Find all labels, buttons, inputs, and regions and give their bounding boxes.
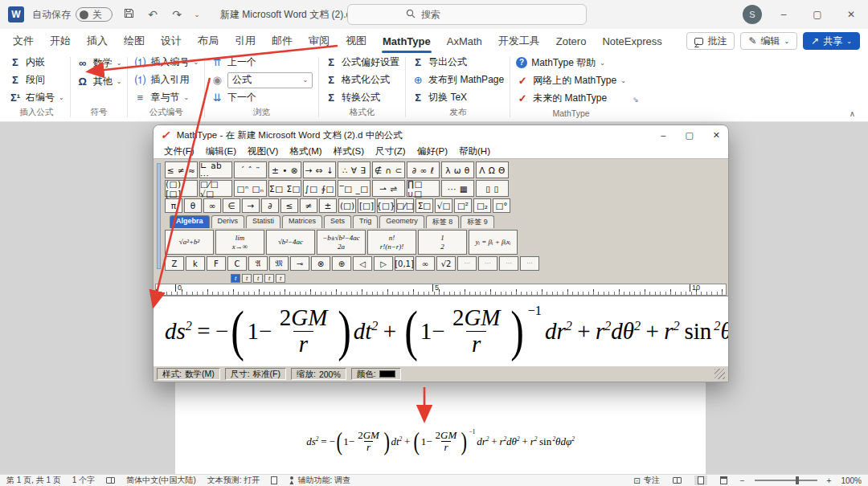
ribbon-tab[interactable]: 插入 [79,28,116,54]
mathtype-menu-item[interactable]: 编辑(E) [200,145,242,157]
edit-mode-button[interactable]: ✎编辑⌄ [740,32,797,50]
redo-icon[interactable]: ↷ [169,8,185,21]
insert-reference-button[interactable]: ⑴插入引用 [133,71,199,89]
ribbon-tab[interactable]: 引用 [227,28,264,54]
palette-button[interactable]: ∞ [416,256,435,271]
zoom-slider[interactable] [755,480,817,481]
undo-icon[interactable]: ↶ [145,8,161,21]
template-palette-button[interactable]: ∫□ ∮□ [303,180,336,197]
palette-button[interactable]: √2 [436,256,456,271]
small-symbol-button[interactable]: □² [454,198,472,213]
symbol-palette-button[interactable]: λ ω θ [441,161,474,178]
format-equations-button[interactable]: Σ格式化公式 [325,71,399,89]
template-palette-button[interactable]: ⋯ ▦ [441,180,474,197]
palette-button[interactable]: k [186,256,205,271]
zoom-in-button[interactable]: + [827,476,832,485]
export-equations-button[interactable]: Σ导出公式 [411,54,504,71]
small-symbol-button[interactable]: π [165,198,182,213]
palette-tab[interactable]: Geometry [379,215,424,228]
small-symbol-button[interactable]: ∈ [223,198,240,213]
palette-button[interactable]: ··· [478,256,497,271]
resize-grip-icon[interactable] [714,369,725,379]
zoom-out-button[interactable]: − [740,476,745,485]
small-symbol-button[interactable]: □° [493,198,510,213]
mathtype-help-button[interactable]: ?MathType 帮助⌄ [516,54,626,71]
palette-button[interactable]: 𝔐 [269,256,289,271]
avatar[interactable]: S [743,5,762,24]
palette-button[interactable]: ··· [457,256,477,271]
palette-tab[interactable]: Derivs [211,215,245,228]
ribbon-tab[interactable]: 开始 [42,28,79,54]
web-layout-button[interactable] [717,476,731,485]
mathtype-menu-item[interactable]: 文件(F) [158,145,200,157]
ribbon-tab[interactable]: 开发工具 [490,28,548,54]
palette-button[interactable]: F [207,256,226,271]
ribbon-tab[interactable]: AxMath [439,30,490,53]
palette-tab[interactable]: 标签 9 [461,215,494,228]
template-palette-button[interactable]: (□) [□] [165,180,198,197]
read-mode-button[interactable] [669,476,685,484]
text-prediction-indicator[interactable]: 文本预测: 打开 [207,475,260,486]
mathtype-close-button[interactable]: ✕ [713,130,720,141]
expression-template-button[interactable]: n! r!(n−r)! [367,230,416,255]
insert-number-button[interactable]: ⑴插入编号⌄ [133,54,199,71]
symbol-palette-button[interactable]: ± • ⊗ [268,161,301,178]
ribbon-tab[interactable]: 设计 [153,28,190,54]
ribbon-tab[interactable]: 布局 [190,28,227,54]
style-field[interactable]: 样式:数学(M) [157,368,220,380]
template-palette-button[interactable]: Σ□ Σ□ [268,180,301,197]
mathtype-menu-item[interactable]: 帮助(H) [453,145,496,157]
display-equation-button[interactable]: Σ段间 [9,71,64,89]
close-button[interactable]: ✕ [834,0,868,29]
toolbar-grip-icon[interactable] [157,163,161,269]
zoom-slider-handle[interactable] [796,476,799,484]
small-symbol-button[interactable]: □⁄□ [396,198,414,213]
document-equation[interactable]: ds2=− ( 1− 2GMr ) dt2+ ( 1− 2GMr ) −1 dr… [175,429,706,454]
autosave-toggle[interactable]: 自动保存 关 [32,7,113,22]
template-palette-button[interactable]: ⇀ ⇌ [372,180,405,197]
symbol-palette-button[interactable]: ≤ ≠ ≈ [165,161,198,178]
small-symbol-button[interactable]: Σ□ [416,198,433,213]
mathtype-menu-item[interactable]: 偏好(P) [411,145,453,157]
palette-button[interactable]: ◁ [353,256,372,271]
equation-preferences-button[interactable]: Σ公式偏好设置 [325,54,399,71]
tabstop-button[interactable]: t [242,274,252,283]
palette-tab[interactable]: Trig [353,215,378,228]
palette-tab[interactable]: Matrices [282,215,322,228]
palette-button[interactable]: ▷ [374,256,393,271]
editor-icon[interactable] [271,476,277,484]
small-symbol-button[interactable]: → [242,198,260,213]
tabstop-button[interactable]: t [264,274,274,283]
template-palette-button[interactable]: □ⁿ □ₙ [234,180,267,197]
mathtype-maximize-button[interactable]: ▢ [685,130,693,141]
palette-button[interactable]: Z [165,256,184,271]
symbol-palette-button[interactable]: ∟ ab ⋯ [199,161,232,178]
palette-button[interactable]: ··· [499,256,518,271]
future-mathtype-button[interactable]: ✓未来的 MathType [516,90,626,108]
maximize-button[interactable]: ▢ [800,0,834,29]
small-symbol-button[interactable]: ∞ [203,198,221,213]
toolbar-options-caret-icon[interactable]: ⌄ [193,10,201,18]
zoom-field[interactable]: 缩放:200% [291,368,346,380]
palette-button[interactable]: ··· [520,256,539,271]
palette-button[interactable]: ⊗ [311,256,330,271]
small-symbol-button[interactable]: {□} [377,198,395,213]
ribbon-tab[interactable]: Zotero [548,30,595,53]
right-numbered-equation-button[interactable]: Σ¹右编号⌄ [9,88,64,106]
template-palette-button[interactable]: ▯ ▯ [476,180,509,197]
ribbon-tab[interactable]: 文件 [5,28,42,54]
browse-target-select[interactable]: 公式⌄ [227,72,313,88]
comments-button[interactable]: 批注 [686,32,735,50]
template-palette-button[interactable]: □⁄□ √□ [199,180,232,197]
palette-button[interactable]: [0,1] [395,256,414,271]
small-symbol-button[interactable]: ± [319,198,337,213]
expression-template-button[interactable]: 1 2 [418,230,467,255]
palette-tab[interactable]: Sets [324,215,351,228]
print-layout-button[interactable] [694,476,707,485]
ribbon-tab[interactable]: 视图 [338,28,375,54]
convert-equations-button[interactable]: Σ转换公式 [325,88,399,106]
small-symbol-button[interactable]: □₂ [473,198,491,213]
mathtype-minimize-button[interactable]: – [661,130,665,141]
mathtype-menu-item[interactable]: 格式(M) [284,145,327,157]
symbol-palette-button[interactable]: Λ Ω Θ [476,161,509,178]
